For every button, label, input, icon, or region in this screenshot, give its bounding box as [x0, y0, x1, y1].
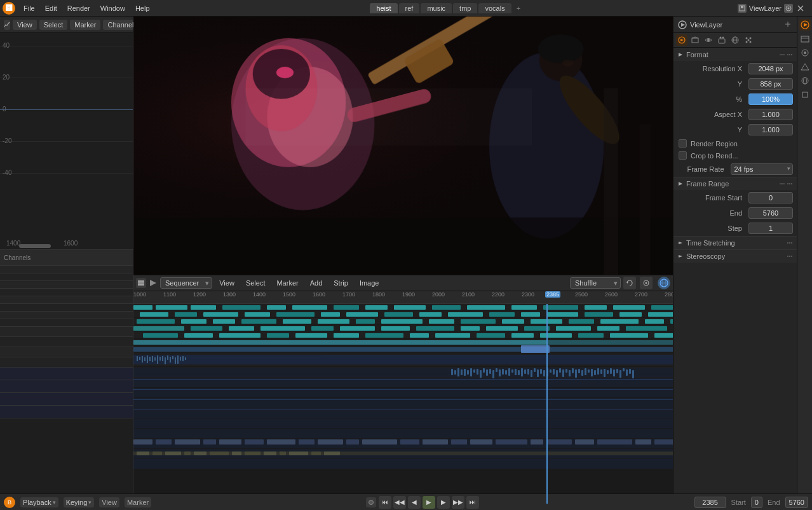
graph-editor-icon[interactable]: [4, 20, 10, 30]
graph-marker-button[interactable]: Marker: [70, 20, 100, 30]
seq-select-button[interactable]: Select: [241, 278, 270, 288]
seq-marker-button[interactable]: Marker: [272, 278, 302, 288]
menu-file[interactable]: File: [19, 3, 39, 13]
rpanel-header: ViewLayer: [673, 17, 797, 33]
svg-rect-152: [180, 357, 181, 361]
next-keyframe-button[interactable]: ▶▶: [452, 496, 464, 509]
end-frame-input[interactable]: 5760: [785, 497, 808, 508]
svg-rect-81: [648, 312, 673, 317]
y-label-neg40: -40: [3, 169, 11, 176]
seq-add-button[interactable]: Add: [306, 278, 327, 288]
scene-side-icon[interactable]: [799, 61, 811, 72]
frame-end-row: End 5760: [673, 205, 797, 221]
graph-view-button[interactable]: View: [13, 20, 37, 30]
seq-editor-dropdown[interactable]: Sequencer ▾: [160, 277, 212, 289]
frame-range-title[interactable]: Frame Range: [673, 177, 797, 190]
stereoscopy-title[interactable]: Stereoscopy: [673, 249, 797, 263]
scene-prop-icon[interactable]: [716, 34, 727, 46]
status-marker-button[interactable]: Marker: [125, 497, 151, 507]
tab-heist[interactable]: heist: [370, 3, 397, 13]
record-button[interactable]: [366, 497, 376, 507]
playback-dropdown[interactable]: Playback ▾: [20, 497, 58, 507]
view-prop-icon[interactable]: [703, 34, 714, 46]
render-side-icon[interactable]: [799, 19, 811, 31]
svg-rect-201: [565, 369, 567, 373]
frame-end-label: End: [677, 209, 746, 217]
frame-rate-dropdown[interactable]: 24 fps ▾: [731, 163, 794, 175]
seq-strip-button[interactable]: Strip: [329, 278, 353, 288]
rpanel-expand-icon[interactable]: [784, 20, 793, 29]
start-frame-input[interactable]: 0: [751, 497, 762, 508]
svg-rect-59: [511, 305, 537, 310]
graph-select-button[interactable]: Select: [39, 20, 68, 30]
object-side-icon[interactable]: [799, 89, 811, 100]
svg-point-14: [276, 67, 294, 78]
world-prop-icon[interactable]: [729, 34, 741, 46]
shuffle-dropdown[interactable]: Shuffle ▾: [570, 277, 621, 289]
res-pct-input[interactable]: 100%: [748, 93, 793, 105]
svg-rect-118: [295, 333, 327, 338]
tab-music[interactable]: music: [421, 3, 452, 13]
next-frame-button[interactable]: ▶: [437, 496, 450, 509]
crop-checkbox[interactable]: [679, 151, 687, 160]
aspect-x-input[interactable]: 1.000: [748, 109, 793, 120]
frame-end-input[interactable]: 5760: [748, 207, 793, 219]
seq-mode-icon[interactable]: [149, 279, 158, 287]
aspect-y-input[interactable]: 1.000: [748, 124, 793, 135]
channel-row: [0, 304, 133, 312]
prev-keyframe-button[interactable]: ◀◀: [393, 496, 406, 509]
graph-scroll-thumb[interactable]: [19, 244, 51, 248]
menu-help[interactable]: Help: [131, 3, 154, 13]
jump-end-button[interactable]: ⏭: [466, 496, 479, 509]
timeline-content[interactable]: 1000 1100 1200 1300 1400 1500 1600 1700 …: [133, 291, 673, 510]
workspace-icon[interactable]: [738, 4, 747, 13]
time-stretching-title[interactable]: Time Stretching: [673, 236, 797, 249]
svg-rect-200: [562, 369, 564, 377]
sync-button[interactable]: [623, 277, 636, 289]
seq-settings-button[interactable]: [640, 277, 653, 289]
keying-dropdown[interactable]: Keying ▾: [64, 497, 95, 507]
output-side-icon[interactable]: [799, 33, 811, 45]
res-x-input[interactable]: 2048 px: [748, 63, 793, 74]
ruler-1400: 1400: [253, 291, 266, 298]
status-view-button[interactable]: View: [99, 497, 119, 507]
render-prop-icon[interactable]: [676, 34, 687, 46]
render-region-checkbox[interactable]: [679, 139, 687, 148]
output-prop-icon[interactable]: [689, 34, 701, 46]
svg-rect-184: [511, 369, 513, 373]
world-side-icon[interactable]: [799, 75, 811, 86]
tab-tmp[interactable]: tmp: [453, 3, 477, 13]
close-button[interactable]: [795, 3, 806, 13]
current-frame-display[interactable]: 2385: [694, 497, 726, 508]
viewlayer-icon[interactable]: [784, 4, 793, 13]
frame-start-input[interactable]: 0: [748, 192, 793, 203]
prev-frame-button[interactable]: ◀: [408, 496, 421, 509]
ruler-1300: 1300: [223, 291, 236, 298]
seq-editor-icon[interactable]: [136, 278, 146, 288]
res-y-input[interactable]: 858 px: [748, 78, 793, 90]
svg-rect-259: [245, 451, 261, 455]
play-button[interactable]: ▶: [423, 496, 435, 509]
tab-add-button[interactable]: +: [513, 3, 524, 13]
strips-area[interactable]: [133, 304, 673, 504]
jump-start-button[interactable]: ⏮: [379, 496, 391, 509]
menu-render[interactable]: Render: [63, 3, 95, 13]
particle-prop-icon[interactable]: [743, 34, 754, 46]
tab-ref[interactable]: ref: [399, 3, 420, 13]
svg-rect-132: [133, 347, 673, 352]
view-layer-side-icon[interactable]: [799, 47, 811, 59]
sphere-button[interactable]: [658, 277, 670, 289]
format-section-title[interactable]: Format: [673, 48, 797, 61]
seq-view-button[interactable]: View: [215, 278, 239, 288]
graph-canvas: 40 20 0 -20 -40 1400 1600: [0, 33, 133, 249]
menu-edit[interactable]: Edit: [41, 3, 62, 13]
main-layout: View Select Marker Channel 40 20 0 -20 -…: [0, 17, 812, 510]
seq-image-button[interactable]: Image: [355, 278, 384, 288]
status-app-icon[interactable]: B: [4, 497, 15, 508]
frame-step-label: Step: [677, 224, 746, 232]
frame-step-input[interactable]: 1: [748, 223, 793, 234]
svg-rect-252: [137, 451, 149, 455]
tab-vocals[interactable]: vocals: [478, 3, 511, 13]
svg-rect-98: [670, 319, 673, 324]
menu-window[interactable]: Window: [96, 3, 130, 13]
